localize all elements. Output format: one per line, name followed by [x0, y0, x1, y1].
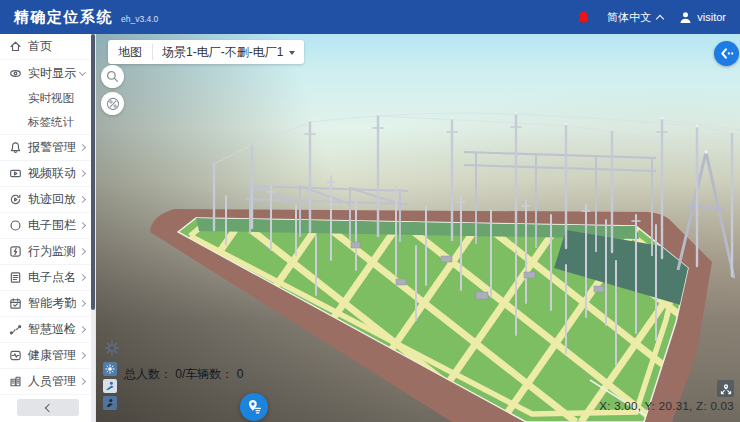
sidebar-item-track-playback[interactable]: 轨迹回放 [0, 187, 95, 213]
sidebar-subitem-realtime-view[interactable]: 实时视图 [0, 86, 95, 110]
home-icon [9, 40, 22, 53]
app-title: 精确定位系统 [14, 8, 113, 27]
sidebar-item-label: 智慧巡检 [28, 321, 80, 338]
map-search-button[interactable] [101, 65, 124, 88]
chevron-right-icon [79, 170, 86, 177]
sidebar-subitem-label: 实时视图 [28, 91, 74, 106]
compass-reset-icon [720, 383, 732, 395]
chevron-right-icon [79, 378, 86, 385]
chevron-right-icon [79, 274, 86, 281]
sidebar-collapse-button[interactable] [17, 399, 79, 416]
rollcall-list-icon [9, 271, 22, 284]
sidebar-item-video-linkage[interactable]: 视频联动 [0, 161, 95, 187]
sidebar-item-label: 电子点名 [28, 269, 80, 286]
scene-selector[interactable]: 场景1-电厂-不删-电厂1 [153, 40, 304, 64]
sidebar-item-label: 电子围栏 [28, 217, 80, 234]
alarm-bell-icon[interactable] [576, 10, 591, 25]
percent-measure-icon [106, 97, 120, 111]
sidebar-item-label: 轨迹回放 [28, 191, 80, 208]
map-tab[interactable]: 地图 [108, 40, 152, 64]
sidebar-item-behavior-monitoring[interactable]: 行为监测 [0, 239, 95, 265]
chevron-down-icon [79, 68, 86, 75]
app-version: eh_v3.4.0 [121, 14, 158, 24]
map-viewport: 地图 场景1-电厂-不删-电厂1 [96, 34, 740, 422]
sidebar-subitem-tag-statistics[interactable]: 标签统计 [0, 110, 95, 134]
sidebar-item-label: 行为监测 [28, 243, 80, 260]
scene-selector-value: 场景1-电厂-不删-电厂1 [162, 44, 283, 61]
substation-3d-scene[interactable] [96, 34, 740, 422]
fence-circle-icon [9, 219, 22, 232]
eye-icon [9, 67, 22, 80]
language-label: 简体中文 [607, 10, 651, 25]
sidebar-item-label: 智能考勤 [28, 295, 80, 312]
chevron-right-icon [79, 326, 86, 333]
people-layer-icon [105, 364, 115, 374]
chevron-right-icon [79, 222, 86, 229]
alarm-bell-icon [9, 141, 22, 154]
sidebar-item-label: 视频联动 [28, 165, 80, 182]
camera-coordinates: X: 3.00, Y: 20.31, Z: 0.03 [599, 400, 734, 412]
sidebar-item-alarm-management[interactable]: 报警管理 [0, 135, 95, 161]
sidebar-scrollbar-thumb[interactable] [91, 34, 95, 310]
video-icon [9, 167, 22, 180]
header-bar: 精确定位系统 eh_v3.4.0 简体中文 visitor [0, 0, 740, 34]
gear-icon [103, 339, 121, 357]
sidebar-item-personnel-management[interactable]: 人员管理 [0, 369, 95, 395]
sidebar-item-home[interactable]: 首页 [0, 34, 95, 60]
sidebar-item-label: 人员管理 [28, 373, 80, 390]
sidebar-item-electronic-fence[interactable]: 电子围栏 [0, 213, 95, 239]
map-settings-button[interactable] [103, 339, 121, 357]
chevron-left-icon [45, 403, 53, 411]
locate-pin-icon [245, 398, 263, 416]
sidebar-item-label: 健康管理 [28, 347, 80, 364]
panel-collapse-icon [718, 45, 735, 62]
worker-layer-icon [105, 398, 115, 408]
search-icon [106, 70, 119, 83]
sidebar-item-label: 报警管理 [28, 139, 80, 156]
sidebar-item-label: 首页 [28, 38, 87, 55]
worker-layer-toggle[interactable] [103, 396, 117, 410]
sidebar-item-electronic-rollcall[interactable]: 电子点名 [0, 265, 95, 291]
sidebar-nav: 首页 实时显示 实时视图 标签统计 报警管理 [0, 34, 96, 422]
chevron-right-icon [79, 300, 86, 307]
sidebar-item-realtime-display[interactable]: 实时显示 [0, 60, 95, 86]
locate-button[interactable] [240, 393, 268, 421]
caret-down-icon [289, 51, 295, 55]
chevron-right-icon [79, 352, 86, 359]
map-stats-text: 总人数： 0/车辆数： 0 [124, 366, 243, 383]
playback-icon [9, 193, 22, 206]
attendance-calendar-icon [9, 297, 22, 310]
map-toolbar: 地图 场景1-电厂-不删-电厂1 [108, 40, 304, 64]
inspection-route-icon [9, 323, 22, 336]
app-window: 精确定位系统 eh_v3.4.0 简体中文 visitor [0, 0, 740, 422]
chevron-right-icon [79, 248, 86, 255]
vehicle-layer-toggle[interactable] [103, 379, 117, 393]
map-tab-label: 地图 [118, 44, 142, 61]
sidebar-subitem-label: 标签统计 [28, 115, 74, 130]
sidebar-item-label: 实时显示 [28, 65, 80, 82]
sidebar-item-health-management[interactable]: 健康管理 [0, 343, 95, 369]
chevron-right-icon [79, 144, 86, 151]
language-selector[interactable]: 简体中文 [607, 10, 663, 25]
personnel-building-icon [9, 375, 22, 388]
sidebar-item-smart-attendance[interactable]: 智能考勤 [0, 291, 95, 317]
chevron-right-icon [79, 196, 86, 203]
chevron-up-icon [656, 14, 664, 22]
vehicle-layer-icon [105, 381, 115, 391]
health-pulse-icon [9, 349, 22, 362]
behavior-bolt-icon [9, 245, 22, 258]
panel-collapse-button[interactable] [714, 41, 739, 66]
people-layer-toggle[interactable] [103, 362, 117, 376]
view-reset-button[interactable] [717, 380, 734, 397]
user-icon [679, 11, 692, 24]
sidebar-item-smart-inspection[interactable]: 智慧巡检 [0, 317, 95, 343]
user-menu[interactable]: visitor [679, 11, 726, 24]
user-name: visitor [697, 11, 726, 23]
map-measure-button[interactable] [101, 92, 124, 115]
